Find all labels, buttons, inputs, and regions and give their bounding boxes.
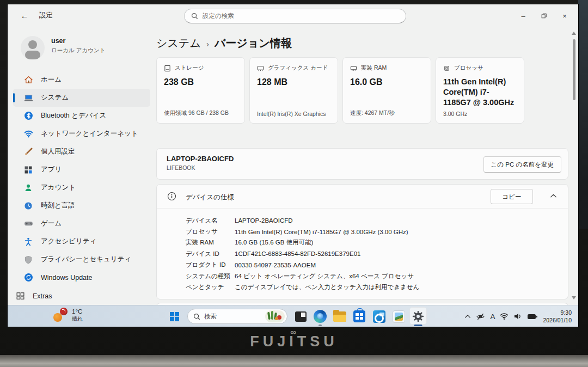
windows-update-icon [23,273,33,283]
spec-value: このディスプレイでは、ペン入力とタッチ入力は利用できません [235,283,419,291]
photos-icon [393,310,405,323]
store-icon [353,310,365,322]
sidebar-item-personalization[interactable]: 個人用設定 [13,143,150,161]
sidebar-item-label: アクセシビリティ [41,237,96,246]
search-highlight-image[interactable] [265,310,285,322]
sidebar-item-apps[interactable]: アプリ [13,161,150,179]
sidebar-item-label: アプリ [41,165,62,174]
windows-settings-screen: ← 設定 設定の検索 – × [8,4,578,327]
sidebar-nav: ホーム システム [13,71,150,286]
device-specs-header[interactable]: デバイスの仕様 コピー [157,185,568,209]
back-button[interactable]: ← [17,9,32,22]
restore-icon [541,13,547,19]
device-specs-section: デバイスの仕様 コピー デバイス名 LAPTOP-2BAOICFD プロセッサ [156,184,568,299]
settings-search-input[interactable]: 設定の検索 [184,9,406,23]
bezel: FUJITSU ∞ [0,333,588,350]
settings-search-placeholder: 設定の検索 [203,12,234,20]
spec-label: プロセッサ [186,228,235,236]
taskbar-app-file-explorer[interactable] [330,305,350,327]
spec-label: 実装 RAM [186,238,235,247]
breadcrumb-separator: › [201,39,215,48]
ime-mode-indicator[interactable]: A [490,313,495,321]
sidebar-item-gaming[interactable]: ゲーム [13,215,150,233]
close-button[interactable]: × [554,4,575,27]
dark-app-icon [295,311,307,322]
scroll-up-arrow[interactable] [572,32,576,35]
person-icon [23,183,33,193]
laptop-brand-logo: FUJITSU ∞ [250,333,338,350]
taskbar-app-store[interactable] [350,305,369,327]
selected-indicator [13,93,15,102]
gear-icon [412,310,424,322]
spec-value: 1CDF421C-6883-4854-82FD-52619E379E01 [235,250,360,257]
breadcrumb-parent[interactable]: システム [156,37,201,49]
card-detail: 使用領域 96 GB / 238 GB [164,109,229,117]
wifi-status-icon[interactable] [500,313,509,320]
sidebar-item-accessibility[interactable]: アクセシビリティ [13,233,150,250]
sidebar-item-label: ネットワークとインターネット [41,129,138,138]
sidebar-item-accounts[interactable]: アカウント [13,179,150,197]
spec-row: 実装 RAM 16.0 GB (15.6 GB 使用可能) [186,237,557,248]
tray-chevron-up-icon[interactable] [464,314,471,319]
graphics-card[interactable]: グラフィックス カード 128 MB Intel(R) Iris(R) Xe G… [249,57,338,124]
sidebar-item-extras[interactable]: Extras [13,287,150,305]
system-icon [23,93,33,103]
weather-widget[interactable]: 1°C 晴れ [53,308,83,323]
sidebar-item-home[interactable]: ホーム [13,71,150,89]
copy-button[interactable]: コピー [491,189,533,204]
ram-card[interactable]: 実装 RAM 16.0 GB 速度: 4267 MT/秒 [342,57,431,124]
storage-card[interactable]: ストレージ 238 GB 使用領域 96 GB / 238 GB [156,57,245,124]
taskbar-clock[interactable]: 9:30 2026/01/10 [543,309,572,324]
volume-icon[interactable] [513,312,522,321]
card-value: 238 GB [164,77,237,88]
sidebar-item-label: プライバシーとセキュリティ [41,255,131,264]
scrollbar[interactable] [572,32,576,299]
sidebar-item-time-language[interactable]: 時刻と言語 [13,197,150,215]
restore-button[interactable] [534,4,554,27]
spec-value: 11th Gen Intel(R) Core(TM) i7-1185G7 @ 3… [235,229,408,235]
battery-icon[interactable] [527,313,538,320]
accessibility-icon [23,237,33,247]
laptop-photo-background: ← 設定 設定の検索 – × [0,0,588,367]
weather-icon [53,308,68,323]
card-label: プロセッサ [454,64,483,72]
sidebar: user ローカル アカウント ホーム [8,27,154,305]
taskbar-search-box[interactable]: 検索 [187,309,287,324]
eye-off-icon[interactable] [476,312,485,321]
sidebar-item-windows-update[interactable]: Windows Update [13,268,150,286]
taskbar-app-photos[interactable] [389,305,408,327]
rename-pc-button[interactable]: この PC の名前を変更 [483,156,561,173]
weather-alert-badge [60,308,68,315]
summary-cards: ストレージ 238 GB 使用領域 96 GB / 238 GB グラフィックス [156,57,524,124]
sidebar-item-label: アカウント [41,183,76,192]
desk-surface [0,355,588,367]
sidebar-item-bluetooth-devices[interactable]: Bluetooth とデバイス [13,107,150,125]
scroll-down-arrow[interactable] [572,296,576,299]
avatar[interactable] [21,36,45,60]
apps-icon [23,165,33,175]
spec-value: LAPTOP-2BAOICFD [235,217,293,224]
titlebar: ← 設定 設定の検索 – × [8,4,578,27]
taskbar-app-outlook[interactable] [369,305,389,327]
sidebar-item-network-internet[interactable]: ネットワークとインターネット [13,125,150,143]
sidebar-item-system[interactable]: システム [13,89,150,107]
clock-globe-icon [23,201,33,211]
spec-label: デバイス名 [186,217,235,225]
taskbar-app-edge[interactable] [310,305,330,327]
spec-value: 64 ビット オペレーティング システム、x64 ベース プロセッサ [235,272,414,280]
chevron-up-icon[interactable] [550,193,557,198]
spec-row: プロダクト ID 00330-54097-23535-AAOEM [186,260,557,271]
card-label: ストレージ [175,64,204,72]
user-name: user [51,37,65,45]
start-button[interactable] [164,305,184,327]
shield-icon [23,255,33,265]
scrollbar-thumb[interactable] [573,39,575,100]
taskbar-app-snip[interactable] [291,305,310,327]
main-content: システム›バージョン情報 ストレージ 238 GB 使用領域 96 GB / 2… [156,27,568,305]
processor-card[interactable]: プロセッサ 11th Gen Intel(R) Core(TM) i7-1185… [436,57,524,124]
taskbar-app-settings[interactable] [408,305,428,327]
avatar-body [25,51,40,59]
brush-icon [23,147,33,157]
minimize-button[interactable]: – [513,4,534,27]
sidebar-item-privacy-security[interactable]: プライバシーとセキュリティ [13,250,150,268]
